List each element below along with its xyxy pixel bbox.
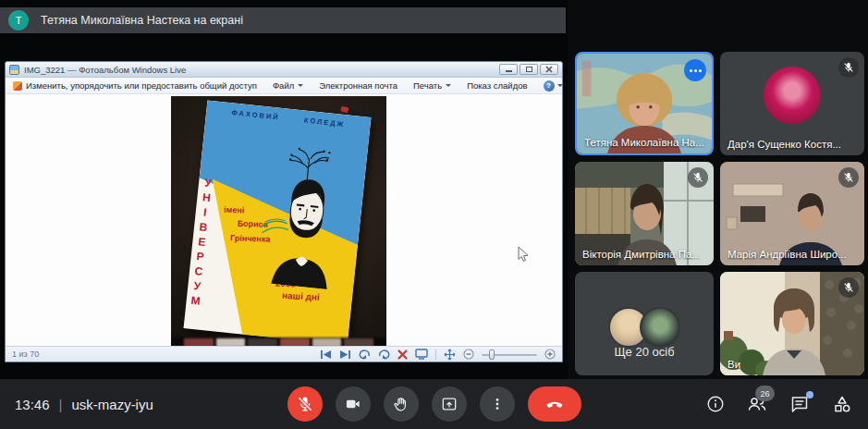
clock-time: 13:46: [15, 397, 50, 412]
menu-print[interactable]: Печать: [413, 80, 451, 91]
menu-slideshow[interactable]: Показ слайдов: [467, 80, 527, 91]
camera-icon: [344, 395, 362, 413]
present-screen-button[interactable]: [432, 386, 467, 422]
activities-icon: [831, 393, 853, 415]
mic-off-icon: [296, 395, 314, 413]
minimize-button[interactable]: [499, 64, 518, 75]
participant-avatar: [640, 307, 680, 348]
close-button[interactable]: [540, 64, 558, 75]
participant-tile-viktoriya[interactable]: Вікторія Дмитрівна Па...: [575, 162, 714, 265]
participant-name: Дар'я Сущенко Костя...: [727, 139, 841, 150]
presenter-banner-title: Тетяна Миколаївна Настека на екрані: [41, 14, 243, 27]
chat-panel-button[interactable]: [789, 393, 811, 415]
hand-icon: [392, 395, 410, 413]
chevron-down-icon: [298, 84, 303, 87]
more-participants-tile[interactable]: Ще 20 осіб: [575, 272, 714, 375]
poster-artwork: ФАХОВИЙ КОЛЕДЖ УНІВЕРСУМ імені Бориса Гр…: [184, 100, 372, 345]
previous-button[interactable]: [320, 349, 332, 361]
menu-share-label: Изменить, упорядочить или предоставить о…: [26, 80, 257, 91]
menu-file[interactable]: Файл: [273, 80, 303, 91]
tile-more-options-button[interactable]: [684, 59, 706, 81]
rotate-left-button[interactable]: [359, 349, 371, 361]
mic-toggle-button[interactable]: [287, 386, 323, 422]
maximize-button[interactable]: [520, 64, 538, 75]
menu-file-label: Файл: [273, 80, 294, 91]
mouse-cursor: [518, 246, 530, 264]
info-icon: [705, 394, 726, 414]
gallery-statusbar: 1 из 70: [6, 346, 562, 362]
command-bar: Изменить, упорядочить или предоставить о…: [6, 78, 562, 94]
presenter-banner: T Тетяна Миколаївна Настека на екрані: [0, 7, 566, 33]
delete-button[interactable]: [397, 349, 408, 361]
close-icon: [545, 66, 553, 73]
divider: |: [59, 397, 63, 412]
menu-slideshow-label: Показ слайдов: [467, 80, 527, 91]
meeting-code: usk-mazy-iyu: [71, 397, 153, 412]
participant-tile-darya[interactable]: Дар'я Сущенко Костя...: [720, 52, 864, 155]
activities-button[interactable]: [831, 393, 853, 415]
present-icon: [440, 395, 458, 413]
photo-view-area: ФАХОВИЙ КОЛЕДЖ УНІВЕРСУМ імені Бориса Гр…: [6, 94, 562, 346]
edit-organize-icon: [13, 81, 22, 91]
participants-count-badge: 26: [755, 386, 775, 401]
google-meet-window: T Тетяна Миколаївна Настека на екрані IM…: [0, 0, 868, 429]
window-titlebar: IMG_3221 — Фотоальбом Windows Live: [6, 62, 562, 78]
end-call-icon: [544, 394, 565, 414]
more-participants-label: Ще 20 осіб: [614, 345, 674, 359]
mic-off-icon: [838, 57, 859, 78]
chevron-down-icon: [446, 84, 451, 87]
photo-gallery-window: IMG_3221 — Фотоальбом Windows Live Измен…: [5, 61, 563, 362]
chevron-down-icon: [557, 84, 563, 87]
photo-of-poster: ФАХОВИЙ КОЛЕДЖ УНІВЕРСУМ імені Бориса Гр…: [171, 96, 386, 346]
rotate-right-button[interactable]: [378, 349, 390, 361]
photo-bottom-strip: [171, 337, 386, 346]
presenter-avatar: T: [8, 10, 29, 31]
presentation-stage: T Тетяна Миколаївна Настека на екрані IM…: [0, 0, 568, 379]
more-vertical-icon: [488, 395, 507, 413]
zoom-slider[interactable]: [482, 349, 537, 360]
camera-toggle-button[interactable]: [336, 386, 371, 422]
mic-off-icon: [838, 277, 859, 298]
self-view-tile[interactable]: Ви: [720, 272, 864, 375]
meeting-details-button[interactable]: [705, 394, 726, 414]
zoom-in-button[interactable]: [544, 349, 556, 361]
more-options-button[interactable]: [480, 386, 515, 422]
slideshow-button[interactable]: [415, 349, 428, 361]
meeting-panels: 26: [705, 379, 853, 429]
participant-tile-mariya[interactable]: Марія Андріївна Широ...: [720, 162, 864, 265]
bottom-bar: 13:46 | usk-mazy-iyu: [0, 379, 868, 429]
participant-tile-tetyana[interactable]: Тетяна Миколаївна На...: [575, 52, 714, 155]
zoom-slider-thumb[interactable]: [489, 349, 495, 360]
menu-email[interactable]: Электронная почта: [319, 80, 397, 91]
window-title: IMG_3221 — Фотоальбом Windows Live: [24, 65, 495, 75]
participant-name: Ви: [727, 359, 740, 370]
chat-notification-dot: [806, 391, 813, 398]
end-call-button[interactable]: [528, 386, 581, 422]
raise-hand-button[interactable]: [384, 386, 419, 422]
participants-panel-button[interactable]: 26: [746, 393, 768, 415]
participant-name: Марія Андріївна Широ...: [727, 249, 847, 260]
help-icon: ?: [544, 80, 555, 92]
participant-name: Тетяна Миколаївна На...: [584, 137, 704, 148]
participant-avatar: [764, 67, 821, 124]
poster-vertical-title: УНІВЕРСУМ: [189, 176, 215, 310]
zoom-out-button[interactable]: [463, 349, 474, 361]
menu-email-label: Электронная почта: [319, 80, 397, 91]
portrait-illustration: [242, 133, 366, 291]
participants-grid: Тетяна Миколаївна На... Дар'я Сущенко Ко…: [575, 52, 864, 375]
menu-share[interactable]: Изменить, упорядочить или предоставить о…: [13, 80, 257, 91]
mic-off-icon: [688, 167, 708, 188]
participant-name: Вікторія Дмитрівна Па...: [582, 249, 701, 260]
poster-years-line: наші дні: [275, 289, 320, 303]
toolbar-divider: [435, 349, 436, 360]
menu-print-label: Печать: [413, 80, 442, 91]
app-icon: [9, 65, 19, 75]
zoom-fit-button[interactable]: [444, 349, 456, 361]
poster-dedication-line: імені: [224, 205, 244, 215]
participant-avatars: [608, 307, 680, 348]
help-menu[interactable]: ?: [544, 80, 563, 92]
photo-counter: 1 из 70: [12, 349, 39, 359]
meeting-info: 13:46 | usk-mazy-iyu: [15, 379, 153, 429]
mic-off-icon: [838, 167, 859, 188]
next-button[interactable]: [339, 349, 351, 361]
